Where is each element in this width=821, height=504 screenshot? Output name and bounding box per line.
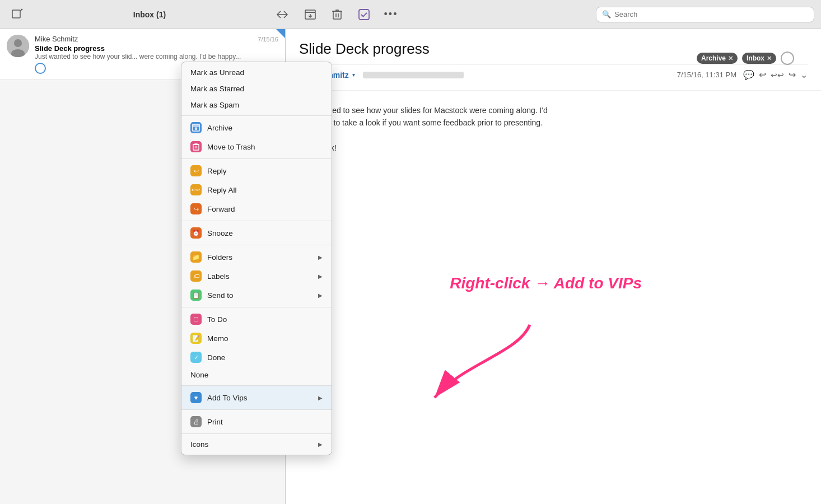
menu-item-todo[interactable]: ☐ To Do — [181, 310, 332, 329]
folders-arrow-icon: ▶ — [318, 254, 323, 260]
menu-item-todo-label: To Do — [207, 315, 227, 324]
trash-menu-icon — [190, 141, 202, 152]
context-menu: Mark as Unread Mark as Starred Mark as S… — [181, 62, 332, 455]
email-content-header: Slide Deck progress Archive ✕ Inbox ✕ — [286, 29, 821, 91]
menu-section-icons: Icons ▶ — [181, 434, 332, 455]
menu-item-mark-unread[interactable]: Mark as Unread — [181, 64, 332, 81]
menu-item-mark-starred[interactable]: Mark as Starred — [181, 81, 332, 97]
toolbar-right: ••• 🔍 — [292, 6, 814, 24]
email-meta: Mike Schmitz 7/15/16 — [35, 35, 278, 43]
menu-item-print-label: Print — [207, 418, 223, 426]
send-to-arrow-icon: ▶ — [318, 292, 323, 298]
action-icons: 💬 ↩ ↩↩ ↪ ⌄ — [743, 69, 808, 80]
email-content-wrapper: Slide Deck progress Archive ✕ Inbox ✕ — [286, 29, 821, 193]
menu-item-mark-starred-label: Mark as Starred — [190, 85, 244, 93]
menu-item-trash[interactable]: Move to Trash — [181, 137, 332, 156]
menu-section-archive: Archive Move to Trash — [181, 116, 332, 159]
archive-toolbar-button[interactable] — [301, 6, 319, 24]
more-toolbar-button[interactable]: ••• — [382, 6, 400, 24]
email-sender: Mike Schmitz — [35, 35, 78, 43]
forward-menu-icon: ↪ — [190, 203, 202, 214]
sender-email-blurred — [363, 72, 464, 78]
inbox-tag-label: Inbox — [747, 54, 764, 62]
menu-item-send-to[interactable]: 📋 Send to ▶ — [181, 286, 332, 305]
menu-item-forward-label: Forward — [207, 205, 235, 213]
menu-item-labels[interactable]: 🏷 Labels ▶ — [181, 267, 332, 286]
menu-item-print[interactable]: 🖨 Print — [181, 412, 332, 431]
menu-item-reply-label: Reply — [207, 167, 227, 175]
menu-item-snooze[interactable]: ⏰ Snooze — [181, 223, 332, 242]
inbox-tag-close[interactable]: ✕ — [767, 55, 772, 62]
archive-tag-close[interactable]: ✕ — [728, 55, 733, 62]
folders-menu-icon: 📁 — [190, 251, 202, 263]
svg-rect-6 — [333, 11, 341, 19]
reply-action-icon[interactable]: ↩ — [759, 69, 766, 80]
menu-item-mark-spam-label: Mark as Spam — [190, 101, 239, 109]
trash-toolbar-button[interactable] — [328, 6, 346, 24]
sender-chevron-icon[interactable]: ▾ — [352, 72, 355, 78]
compose-button[interactable] — [7, 4, 27, 25]
svg-rect-16 — [193, 144, 199, 150]
email-content-panel: Slide Deck progress Archive ✕ Inbox ✕ — [286, 29, 821, 504]
more-action-icon[interactable]: ⌄ — [800, 69, 808, 80]
menu-item-done[interactable]: ✓ Done — [181, 348, 332, 367]
menu-item-reply-all[interactable]: ↩↩ Reply All — [181, 180, 332, 199]
menu-item-icons-label: Icons — [190, 440, 208, 449]
inbox-tag[interactable]: Inbox ✕ — [742, 53, 776, 64]
toolbar: Inbox (1) — [0, 0, 821, 29]
check-toolbar-button[interactable] — [355, 6, 373, 24]
forward-action-icon[interactable]: ↪ — [789, 69, 796, 80]
menu-item-mark-spam[interactable]: Mark as Spam — [181, 97, 332, 113]
back-button[interactable] — [272, 4, 292, 25]
reply-menu-icon: ↩ — [190, 165, 202, 176]
avatar — [7, 35, 29, 57]
svg-rect-0 — [12, 10, 20, 18]
menu-section-reply: ↩ Reply ↩↩ Reply All ↪ Forward — [181, 159, 332, 221]
done-menu-icon: ✓ — [190, 352, 202, 363]
menu-item-none[interactable]: None — [181, 367, 332, 383]
search-box[interactable]: 🔍 — [596, 7, 814, 22]
reply-all-action-icon[interactable]: ↩↩ — [771, 71, 784, 80]
reply-all-menu-icon: ↩↩ — [190, 184, 202, 195]
menu-item-forward[interactable]: ↪ Forward — [181, 199, 332, 218]
send-to-menu-icon: 📋 — [190, 290, 202, 301]
svg-rect-9 — [359, 10, 369, 20]
menu-section-print: 🖨 Print — [181, 410, 332, 434]
email-circle-icon — [35, 63, 46, 74]
menu-item-memo[interactable]: 📝 Memo — [181, 329, 332, 348]
menu-item-icons[interactable]: Icons ▶ — [181, 436, 332, 452]
inbox-label: Inbox (1) — [34, 10, 265, 19]
menu-item-archive[interactable]: Archive — [181, 118, 332, 137]
icons-arrow-icon: ▶ — [318, 441, 323, 447]
labels-menu-icon: 🏷 — [190, 270, 202, 282]
menu-section-vips: ♥ Add To Vips ▶ — [181, 386, 332, 410]
menu-item-folders[interactable]: 📁 Folders ▶ — [181, 248, 332, 267]
menu-section-folders: 📁 Folders ▶ 🏷 Labels ▶ 📋 Send to ▶ — [181, 245, 332, 307]
search-input[interactable] — [614, 10, 808, 18]
menu-item-reply[interactable]: ↩ Reply — [181, 161, 332, 180]
archive-tag[interactable]: Archive ✕ — [697, 53, 738, 64]
menu-item-folders-label: Folders — [207, 253, 232, 262]
archive-menu-icon — [190, 122, 202, 133]
email-subject: Slide Deck progress — [35, 44, 278, 53]
memo-menu-icon: 📝 — [190, 333, 202, 344]
menu-item-memo-label: Memo — [207, 334, 228, 343]
todo-menu-icon: ☐ — [190, 314, 202, 325]
tag-add-button[interactable] — [781, 52, 794, 65]
email-datetime: 7/15/16, 11:31 PM — [677, 71, 736, 79]
comment-action-icon[interactable]: 💬 — [743, 69, 754, 80]
menu-item-send-to-label: Send to — [207, 291, 234, 300]
menu-section-snooze: ⏰ Snooze — [181, 221, 332, 245]
archive-tag-label: Archive — [701, 54, 726, 62]
menu-item-add-to-vips[interactable]: ♥ Add To Vips ▶ — [181, 388, 332, 407]
snooze-menu-icon: ⏰ — [190, 227, 202, 239]
menu-item-labels-label: Labels — [207, 272, 230, 281]
tag-row: Archive ✕ Inbox ✕ — [697, 52, 794, 65]
email-body: Just wanted to see how your slides for M… — [286, 91, 821, 193]
menu-item-trash-label: Move to Trash — [207, 143, 255, 151]
labels-arrow-icon: ▶ — [318, 273, 323, 279]
menu-item-archive-label: Archive — [207, 124, 232, 132]
main-content: Mike Schmitz 7/15/16 Slide Deck progress… — [0, 29, 821, 504]
menu-item-snooze-label: Snooze — [207, 229, 233, 237]
search-icon: 🔍 — [602, 10, 611, 18]
